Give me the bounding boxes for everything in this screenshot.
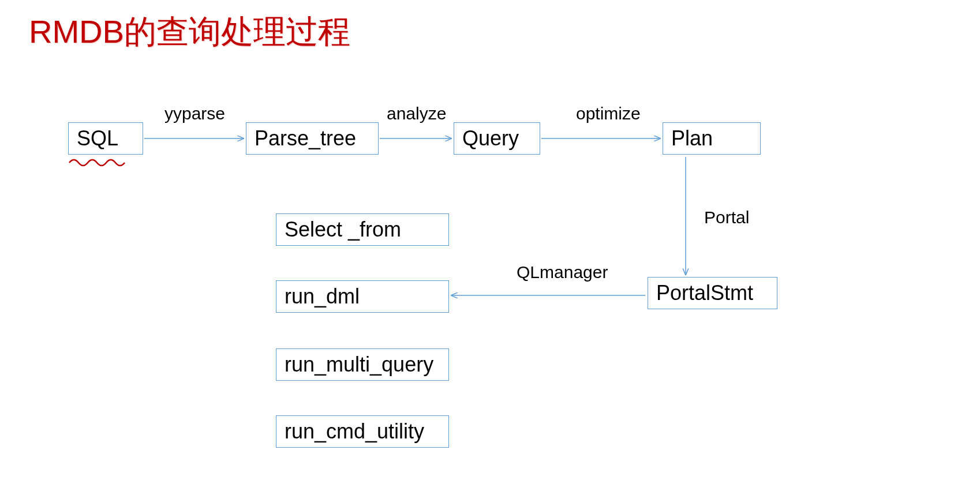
node-run-cmd-utility: run_cmd_utility xyxy=(276,415,449,448)
edge-label-qlmanager: QLmanager xyxy=(517,262,608,282)
page-title: RMDB的查询处理过程 xyxy=(29,10,350,54)
spellcheck-squiggle-icon xyxy=(68,156,132,167)
edge-label-yyparse: yyparse xyxy=(164,104,225,123)
node-select-from: Select _from xyxy=(276,213,449,246)
edge-label-analyze: analyze xyxy=(387,104,446,123)
arrow-layer xyxy=(0,0,980,495)
node-plan: Plan xyxy=(663,122,761,155)
node-sql: SQL xyxy=(68,122,143,155)
node-run-multi-query: run_multi_query xyxy=(276,348,449,381)
edge-label-optimize: optimize xyxy=(576,104,641,123)
edge-label-portal: Portal xyxy=(704,208,749,227)
node-parse-tree: Parse_tree xyxy=(246,122,379,155)
node-query: Query xyxy=(454,122,540,155)
node-portal-stmt: PortalStmt xyxy=(648,277,777,309)
node-run-dml: run_dml xyxy=(276,280,449,313)
